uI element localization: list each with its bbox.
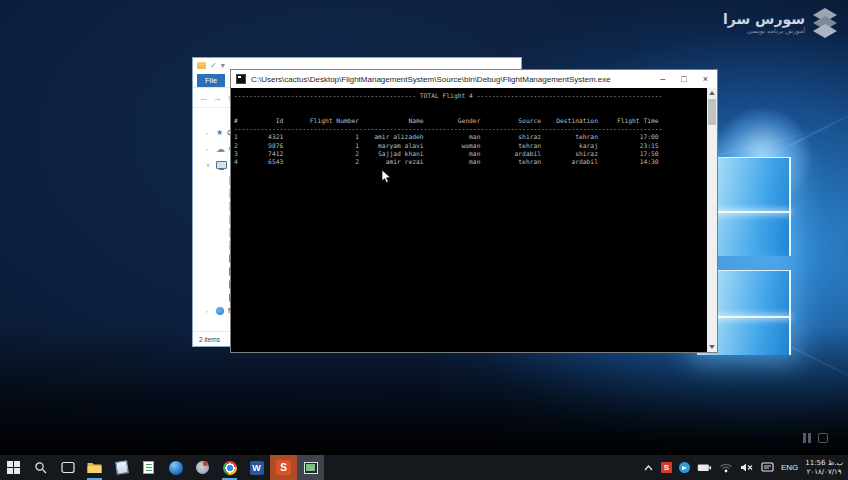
console-window-icon [304,462,318,474]
console-window: C:\Users\cactus\Desktop\FlightManagement… [230,69,718,353]
stop-icon[interactable] [818,433,828,443]
close-button[interactable]: × [703,75,708,84]
taskbar-chrome-button[interactable] [216,455,243,480]
blue-sphere-icon [169,461,183,475]
file-explorer-icon [87,461,102,474]
taskbar-utility-app-button[interactable] [189,455,216,480]
watermark-tagline: آموزش برنامه نویسی [723,27,805,36]
taskbar-s-app-button[interactable]: S [270,455,297,480]
item-count: 2 items [199,336,220,343]
language-indicator[interactable]: ENG [781,463,798,472]
notepad-book-icon [115,460,129,475]
brand-s-logo-icon [812,7,838,39]
action-center-icon[interactable] [761,462,774,473]
tray-recorder-icon[interactable]: S [661,462,672,473]
scroll-up-icon[interactable] [709,91,715,95]
start-button[interactable] [0,455,27,480]
minimize-button[interactable]: – [660,75,665,84]
taskbar-search-button[interactable] [27,455,54,480]
taskbar-photos-button[interactable] [162,455,189,480]
search-icon [34,461,48,475]
gray-red-app-icon [196,461,209,474]
tray-telegram-icon[interactable] [679,462,690,473]
watermark-brand: سورس سرا [723,11,805,27]
word-icon: W [250,461,264,475]
scrollbar-thumb[interactable] [708,99,716,125]
light-beam [790,346,848,400]
cloud-icon: ☁ [216,145,225,153]
folder-icon [197,62,206,69]
console-app-icon [236,74,246,84]
clock-time: 11:56 ب.ظ [805,459,843,467]
green-document-icon [143,461,154,474]
taskbar-word-button[interactable]: W [243,455,270,480]
file-menu-button[interactable]: File [197,74,225,87]
task-view-icon [61,461,75,474]
battery-icon[interactable] [697,462,712,473]
pause-icon[interactable] [803,433,811,443]
taskbar-console-button[interactable] [297,455,324,480]
console-output: ----------------------------------------… [231,88,717,352]
console-title: C:\Users\cactus\Desktop\FlightManagement… [251,75,655,84]
chevron-down-icon[interactable]: ▾ [221,61,225,70]
screen: سورس سرا آموزش برنامه نویسی ✓ ▾ File ← →… [0,0,848,480]
taskbar-clock[interactable]: 11:56 ب.ظ ۲۰۱۸/۰۷/۱۹ [805,459,843,476]
chrome-icon [223,461,237,475]
channel-watermark: سورس سرا آموزش برنامه نویسی [723,7,838,39]
expander-chevron-icon[interactable]: › [206,130,212,136]
taskbar: W S S [0,455,848,480]
network-icon [216,307,224,315]
back-icon[interactable]: ← [199,93,208,103]
taskbar-notepad-button[interactable] [108,455,135,480]
wifi-icon[interactable] [719,462,733,473]
quick-access-toolbar-icon[interactable]: ✓ [210,61,217,70]
computer-icon [216,161,227,169]
expander-chevron-icon[interactable]: › [206,308,212,314]
console-titlebar[interactable]: C:\Users\cactus\Desktop\FlightManagement… [231,70,717,88]
overlay-controls [803,433,828,443]
mouse-cursor [381,170,392,184]
scroll-down-icon[interactable] [709,345,715,349]
system-tray: S ENG 11:56 ب.ظ [643,455,848,480]
taskbar-document-app-button[interactable] [135,455,162,480]
console-text: ----------------------------------------… [234,92,662,167]
taskbar-file-explorer-button[interactable] [81,455,108,480]
windows-logo-icon [7,461,20,474]
s-app-icon: S [276,460,291,475]
maximize-button[interactable]: □ [681,75,686,84]
show-hidden-icons-chevron[interactable] [643,463,654,473]
expander-chevron-icon[interactable]: › [206,146,212,152]
volume-muted-icon[interactable] [740,462,754,473]
console-scrollbar[interactable] [707,88,717,352]
light-beam [788,91,848,147]
task-view-button[interactable] [54,455,81,480]
clock-date: ۲۰۱۸/۰۷/۱۹ [807,468,842,476]
star-icon: ★ [216,129,223,137]
expander-chevron-icon[interactable]: ∨ [206,162,212,168]
forward-icon[interactable]: → [213,93,222,103]
